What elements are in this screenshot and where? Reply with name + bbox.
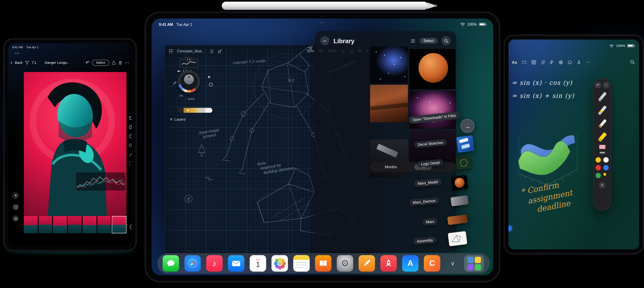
- dock-icon-safari[interactable]: [184, 255, 201, 271]
- add-color-button[interactable]: +: [599, 182, 606, 189]
- dock-recent-apps-tile[interactable]: [464, 255, 484, 271]
- color-swatch-white[interactable]: [604, 157, 609, 163]
- filmstrip-thumb[interactable]: [97, 216, 111, 233]
- select-button[interactable]: Select: [92, 59, 109, 66]
- trash-icon[interactable]: [118, 60, 122, 65]
- dock-icon-rocket-app[interactable]: [380, 255, 397, 271]
- filmstrip-thumb[interactable]: [68, 216, 82, 233]
- drag-thumb-deimos[interactable]: [450, 195, 469, 206]
- dock-icon-music[interactable]: ♪: [206, 255, 223, 271]
- attachment-icon[interactable]: [540, 60, 545, 64]
- ruler-tool[interactable]: [600, 152, 605, 153]
- drag-item-label[interactable]: Mars: [422, 218, 438, 226]
- surface-plot: [508, 108, 584, 192]
- table-icon[interactable]: [531, 60, 536, 64]
- multitasking-dots[interactable]: ⋯: [320, 20, 324, 25]
- dock-chevron-button[interactable]: ∨: [450, 260, 455, 267]
- selection-icon[interactable]: [129, 161, 132, 166]
- undo-icon[interactable]: ↶: [86, 60, 90, 65]
- color-swatch-red[interactable]: [596, 165, 601, 170]
- recent-app-icon[interactable]: [467, 257, 473, 263]
- search-icon[interactable]: [630, 60, 635, 65]
- crop-icon[interactable]: [129, 116, 132, 121]
- color-swatch-blue[interactable]: [604, 165, 609, 170]
- dock-icon-concepts[interactable]: C: [424, 255, 440, 271]
- dock-icon-messages[interactable]: [163, 255, 179, 271]
- dock-icon-notes[interactable]: [293, 255, 310, 271]
- pencil-tool[interactable]: [598, 119, 607, 129]
- arrow-right-icon: →: [464, 122, 470, 130]
- dock-icon-photos[interactable]: [272, 255, 288, 271]
- filmstrip-thumb[interactable]: [82, 216, 96, 233]
- drag-thumb-mars-model[interactable]: [451, 175, 468, 191]
- fountain-pen-tool[interactable]: [598, 92, 607, 102]
- notes-toolbar: Aa ⋯: [512, 58, 635, 67]
- svg-text:E: E: [187, 197, 190, 201]
- filmstrip-thumb-selected[interactable]: [112, 216, 126, 233]
- recent-app-icon[interactable]: [467, 264, 473, 270]
- photos-search-button[interactable]: [442, 36, 450, 45]
- dock-icon-app-store[interactable]: A: [402, 255, 418, 271]
- photos-more-button[interactable]: •••: [320, 36, 330, 45]
- drop-arrow-button[interactable]: →: [460, 119, 474, 133]
- flip-icon[interactable]: [129, 143, 132, 148]
- info-button[interactable]: i: [130, 224, 132, 229]
- highlighter-tool[interactable]: [598, 132, 606, 142]
- window-controls-dots[interactable]: •••: [15, 51, 20, 55]
- color-swatch-yellow[interactable]: [596, 157, 601, 163]
- magic-wand-icon[interactable]: [129, 152, 132, 157]
- captions-button[interactable]: [12, 215, 19, 222]
- view-options-icon[interactable]: [410, 38, 416, 43]
- checklist-icon[interactable]: [522, 60, 527, 64]
- mic-icon[interactable]: [576, 60, 581, 64]
- right-status-bar: 100%: [609, 44, 634, 48]
- color-swatch-green[interactable]: [596, 173, 601, 178]
- photo-tile-mars-canyon[interactable]: [370, 85, 408, 122]
- dock-icon-books[interactable]: [315, 255, 332, 271]
- dock-icon-pencil-app[interactable]: [358, 255, 375, 271]
- back-button[interactable]: Back: [15, 61, 22, 65]
- filmstrip-thumb[interactable]: [38, 216, 52, 233]
- color-swatch-selected-ring[interactable]: [604, 173, 606, 176]
- pen-nib-icon[interactable]: [550, 60, 554, 64]
- drag-thumb-decal[interactable]: [456, 135, 474, 153]
- photo-tile-mars-planet[interactable]: [410, 49, 456, 89]
- text-format-button[interactable]: Aa: [512, 60, 517, 64]
- photo-app-toolbar: ‹ Back Danger Longo... ↶ Select ⋯: [11, 58, 129, 67]
- drag-thumb-logo[interactable]: [456, 156, 472, 170]
- segment-months[interactable]: Months: [385, 165, 397, 169]
- photo-tile-nebula[interactable]: [370, 46, 408, 83]
- histogram-overlay: [76, 172, 125, 190]
- photo-canvas[interactable]: [24, 72, 126, 216]
- dock-icon-mail[interactable]: [228, 255, 244, 271]
- recent-app-icon[interactable]: [475, 264, 481, 270]
- marker-tool[interactable]: [598, 105, 607, 115]
- auto-enhance-button[interactable]: [12, 192, 19, 199]
- dock-icon-settings[interactable]: ⚙: [337, 255, 353, 271]
- center-status-left: 9:41 AM Tue Apr 1: [159, 23, 192, 27]
- globe-icon[interactable]: [558, 60, 563, 64]
- filmstrip-thumb[interactable]: [24, 216, 38, 233]
- redo-button[interactable]: ↷: [603, 82, 610, 88]
- more-icon[interactable]: ⋯: [125, 60, 129, 65]
- undo-button[interactable]: ↶: [595, 82, 601, 88]
- dock-icon-calendar[interactable]: Tue 1: [250, 255, 266, 271]
- filmstrip-thumb[interactable]: [53, 216, 67, 233]
- recent-app-icon[interactable]: [475, 257, 481, 263]
- layout-button[interactable]: [12, 204, 19, 210]
- center-status-right: 100%: [460, 22, 486, 26]
- adjust-icon[interactable]: [129, 125, 132, 130]
- apple-pencil: [222, 2, 428, 10]
- emoji-icon[interactable]: [568, 60, 572, 64]
- wifi-icon: [609, 44, 614, 48]
- filter-icon[interactable]: [25, 61, 29, 65]
- eraser-tool[interactable]: [599, 145, 605, 149]
- share-icon[interactable]: [112, 60, 116, 65]
- sort-icon[interactable]: [32, 61, 36, 65]
- back-chevron-icon[interactable]: ‹: [11, 60, 12, 65]
- rotate-icon[interactable]: [129, 134, 132, 139]
- photos-select-button[interactable]: Select: [420, 38, 437, 44]
- more-icon[interactable]: ⋯: [586, 59, 590, 65]
- drag-thumb-assembly[interactable]: [448, 231, 468, 246]
- wifi-icon: [460, 22, 465, 26]
